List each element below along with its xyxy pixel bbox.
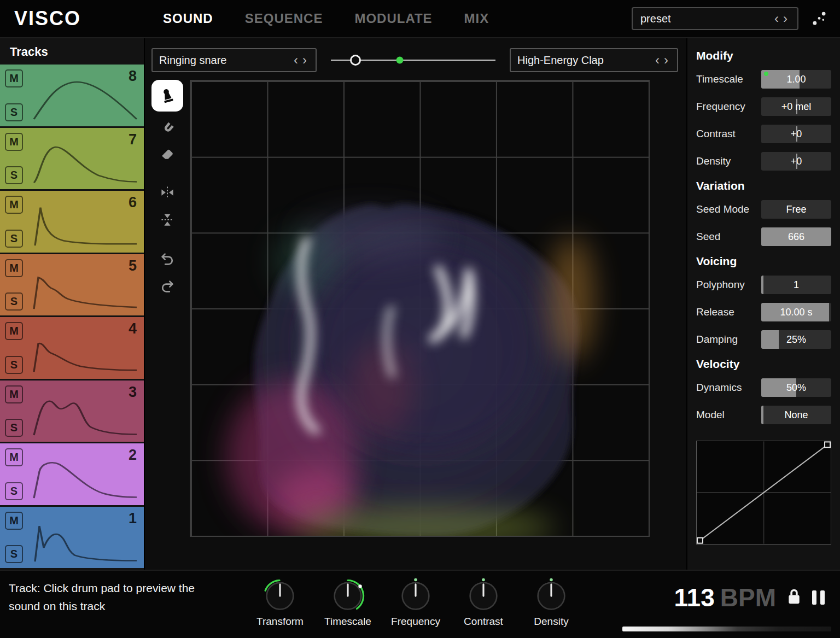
knob-dial[interactable] [329,575,366,614]
transport-block: 113BPM [674,583,825,612]
solo-button[interactable]: S [5,356,23,374]
tool-flip-horizontal[interactable] [154,180,180,204]
tool-magnet[interactable] [154,117,180,141]
track-row[interactable]: M S 2 [0,443,144,505]
solo-button[interactable]: S [5,103,23,121]
param-control-density[interactable]: +0 [761,152,831,171]
preset-prev-icon[interactable]: ‹ [772,12,781,25]
knob-dial[interactable] [533,575,570,614]
knob-transform[interactable]: Transform [250,575,310,628]
solo-button[interactable]: S [5,545,23,563]
solo-button[interactable]: S [5,419,23,437]
track-row[interactable]: M S 6 [0,191,144,253]
knob-row: Transform Timescale Frequency Contrast [250,575,581,628]
mute-button[interactable]: M [5,512,23,530]
knob-density[interactable]: Density [522,575,581,628]
morph-position-dot[interactable] [396,57,404,64]
right-next-icon[interactable]: › [662,54,670,67]
randomize-button[interactable] [806,5,832,32]
param-row: Seed 666 [696,227,831,246]
mute-button[interactable]: M [5,385,23,403]
transport-progress[interactable] [622,627,831,631]
param-control-seed-mode[interactable]: Free [761,200,831,219]
solo-button[interactable]: S [5,166,23,184]
sound-blob [191,81,649,536]
tool-eraser[interactable] [154,142,180,166]
track-row[interactable]: M S 7 [0,128,144,190]
track-row[interactable]: M S 5 [0,254,144,316]
tab-sound[interactable]: SOUND [163,11,213,26]
mute-button[interactable]: M [5,133,23,151]
track-row[interactable]: M S 4 [0,317,144,379]
right-sound-selector[interactable]: High-Energy Clap ‹ › [510,48,678,72]
mute-button[interactable]: M [5,196,23,214]
preset-next-icon[interactable]: › [781,12,790,25]
mute-button[interactable]: M [5,322,23,340]
param-value: 1.00 [761,70,831,89]
knob-frequency[interactable]: Frequency [386,575,445,628]
param-value: +0 mel [761,97,831,116]
param-control-model[interactable]: None [761,406,831,424]
track-list: M S 8 M S 7 M S 6 M S 5 M S 4 [0,65,144,570]
track-envelope [31,516,140,564]
knob-timescale[interactable]: Timescale [318,575,377,628]
left-next-icon[interactable]: › [300,54,309,67]
solo-button[interactable]: S [5,482,23,500]
param-control-damping[interactable]: 25% [761,330,831,349]
morph-slider[interactable] [331,48,495,72]
mute-button[interactable]: M [5,259,23,277]
randomize-icon [811,10,827,27]
section-title-modify: Modify [696,49,831,62]
tool-redo[interactable] [154,274,180,298]
param-value: +0 [761,152,831,171]
morph-handle[interactable] [350,55,361,66]
param-value: 1 [761,276,831,294]
left-prev-icon[interactable]: ‹ [291,54,300,67]
velocity-curve-editor[interactable] [696,441,831,545]
preset-label: preset [640,13,772,25]
param-control-timescale[interactable]: 1.00 [761,70,831,89]
tool-flip-vertical[interactable] [154,208,180,232]
bpm-value[interactable]: 113 [674,583,715,612]
right-prev-icon[interactable]: ‹ [653,54,662,67]
param-control-contrast[interactable]: +0 [761,125,831,143]
tab-sequence[interactable]: SEQUENCE [245,11,323,26]
pause-button[interactable] [812,590,825,605]
param-control-release[interactable]: 10.00 s [761,303,831,321]
mute-button[interactable]: M [5,448,23,466]
param-row: Damping 25% [696,330,831,349]
left-sound-selector[interactable]: Ringing snare ‹ › [151,48,317,72]
tool-stamp[interactable] [151,80,183,112]
knob-dial[interactable] [261,575,299,614]
knob-contrast[interactable]: Contrast [454,575,513,628]
visco-app: VISCO SOUNDSEQUENCEMODULATEMIX preset ‹ … [0,0,840,638]
tab-mix[interactable]: MIX [464,11,489,26]
preset-selector[interactable]: preset ‹ › [632,7,798,30]
curve-handle-end[interactable] [825,442,830,447]
knob-dial[interactable] [397,575,434,614]
tempo-lock-button[interactable] [786,587,802,608]
curve-handle-start[interactable] [697,538,703,543]
param-control-dynamics[interactable]: 50% [761,378,831,397]
solo-button[interactable]: S [5,292,23,311]
track-row[interactable]: M S 3 [0,381,144,442]
param-row: Timescale 1.00 [696,70,831,89]
param-label: Dynamics [696,382,742,394]
tab-modulate[interactable]: MODULATE [354,11,432,26]
param-control-polyphony[interactable]: 1 [761,276,831,294]
track-envelope [31,73,140,122]
morph-controls: Ringing snare ‹ › High-Energy Clap ‹ › [151,48,678,72]
param-row: Release 10.00 s [696,303,831,321]
param-control-seed[interactable]: 666 [761,227,831,246]
track-row[interactable]: M S 1 [0,507,144,569]
track-row[interactable]: M S 8 [0,65,144,126]
solo-button[interactable]: S [5,230,23,248]
param-control-frequency[interactable]: +0 mel [761,97,831,116]
sound-canvas[interactable] [190,80,650,537]
bpm-display[interactable]: 113BPM [674,583,776,612]
flip-vertical-icon [159,212,176,228]
mute-button[interactable]: M [5,69,23,87]
tool-undo[interactable] [154,247,180,271]
param-row: Model None [696,406,831,424]
knob-dial[interactable] [465,575,502,614]
